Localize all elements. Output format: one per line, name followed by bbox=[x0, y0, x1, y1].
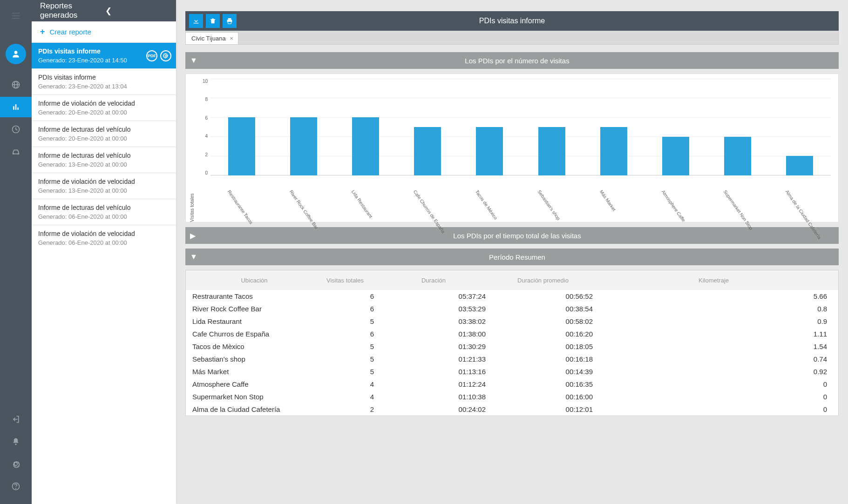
bar bbox=[414, 127, 441, 175]
visits-chart: Visitas totales 1086420 Restraurante Tac… bbox=[185, 74, 839, 222]
car-icon[interactable] bbox=[6, 141, 26, 162]
clock-icon[interactable] bbox=[6, 119, 26, 140]
report-title: Informe de violación de velocidad bbox=[38, 230, 170, 237]
summary-table: Ubicación Visitas totales Duración Durac… bbox=[185, 270, 839, 416]
table-row: River Rock Coffee Bar603:53:2900:38:540.… bbox=[186, 302, 838, 315]
report-subtitle: Generado: 23-Ene-2020 at 13:04 bbox=[38, 83, 170, 90]
x-tick: Más Market bbox=[560, 180, 612, 228]
report-title: Informe de violación de velocidad bbox=[38, 178, 170, 185]
table-row: Más Market501:13:1600:14:390.92 bbox=[186, 365, 838, 378]
globe-icon[interactable] bbox=[6, 74, 26, 95]
tabs-bar: Civic Tijuana ✕ bbox=[185, 31, 839, 45]
report-title: Informe de lecturas del vehículo bbox=[38, 126, 170, 133]
x-tick: Tacos de Mèxico bbox=[436, 180, 488, 228]
bar bbox=[290, 117, 317, 175]
svg-point-17 bbox=[165, 55, 167, 56]
user-icon[interactable] bbox=[6, 44, 26, 64]
toolbar-title: PDIs visitas informe bbox=[239, 17, 785, 25]
x-tick: Supermarket Non Stop bbox=[684, 180, 736, 228]
bar bbox=[538, 127, 565, 175]
x-tick: Restraurante Tacos bbox=[188, 180, 240, 228]
table-header: Ubicación Visitas totales Duración Durac… bbox=[186, 270, 838, 290]
x-tick: Cafe Churros de España bbox=[373, 180, 426, 228]
delete-button[interactable] bbox=[206, 14, 220, 28]
gear-icon[interactable] bbox=[6, 454, 26, 474]
col-km: Kilometraje bbox=[600, 277, 838, 284]
col-location: Ubicación bbox=[186, 277, 316, 284]
bar bbox=[352, 117, 379, 175]
bell-icon[interactable] bbox=[6, 431, 26, 452]
pdf-icon[interactable]: PDF bbox=[146, 50, 157, 61]
report-subtitle: Generado: 06-Ene-2020 at 00:00 bbox=[38, 213, 170, 220]
side-panel-title: Reportes generados bbox=[40, 1, 105, 20]
create-report-button[interactable]: + Crear reporte bbox=[32, 21, 176, 42]
svg-rect-19 bbox=[228, 18, 231, 20]
table-row: Tacos de Mèxico501:30:2900:18:051.54 bbox=[186, 340, 838, 353]
bar bbox=[786, 156, 813, 175]
section-title: Período Resumen bbox=[200, 253, 834, 261]
svg-rect-21 bbox=[228, 21, 231, 24]
chevron-right-icon: ▶ bbox=[190, 231, 200, 240]
section-header-time[interactable]: ▶ Los PDIs por el tiempo total de las vi… bbox=[185, 227, 839, 244]
bar bbox=[476, 127, 503, 175]
menu-icon[interactable] bbox=[6, 6, 26, 26]
x-tick: Lida Restaurant bbox=[312, 180, 364, 228]
chevron-left-icon[interactable]: ❮ bbox=[105, 6, 170, 16]
report-item[interactable]: Informe de violación de velocidadGenerad… bbox=[32, 94, 176, 121]
svg-point-11 bbox=[13, 153, 14, 155]
side-panel: Reportes generados ❮ + Crear reporte PDI… bbox=[32, 0, 176, 504]
section-title: Los PDIs por el tiempo total de las visi… bbox=[200, 232, 834, 240]
svg-rect-18 bbox=[194, 23, 199, 23]
report-subtitle: Generado: 20-Ene-2020 at 00:00 bbox=[38, 135, 170, 142]
create-report-label: Crear reporte bbox=[50, 28, 91, 36]
svg-rect-7 bbox=[13, 106, 14, 110]
table-row: Lida Restaurant503:38:0200:58:020.9 bbox=[186, 315, 838, 328]
report-item[interactable]: PDIs visitas informeGenerado: 23-Ene-202… bbox=[32, 42, 176, 68]
col-duration: Duración bbox=[381, 277, 493, 284]
bar bbox=[600, 127, 627, 175]
x-tick: Alma de la Ciudad Cafetería bbox=[746, 180, 798, 228]
col-visits: Visitas totales bbox=[316, 277, 381, 284]
download-button[interactable] bbox=[189, 14, 203, 28]
chevron-down-icon: ▼ bbox=[190, 56, 200, 65]
gear-icon[interactable] bbox=[160, 50, 171, 61]
report-title: Informe de lecturas del vehículo bbox=[38, 152, 170, 159]
table-row: Atmosphere Caffe401:12:2400:16:350 bbox=[186, 378, 838, 390]
section-title: Los PDIs por el número de visitas bbox=[200, 57, 834, 65]
bar bbox=[228, 117, 255, 175]
reports-icon[interactable] bbox=[0, 97, 32, 117]
report-title: PDIs visitas informe bbox=[38, 74, 170, 81]
report-subtitle: Generado: 20-Ene-2020 at 00:00 bbox=[38, 109, 170, 116]
bar bbox=[662, 137, 689, 175]
tab-vehicle[interactable]: Civic Tijuana ✕ bbox=[185, 32, 238, 44]
report-item[interactable]: Informe de violación de velocidadGenerad… bbox=[32, 173, 176, 199]
report-subtitle: Generado: 13-Ene-2020 at 00:00 bbox=[38, 161, 170, 168]
table-row: Cafe Churros de España601:38:0000:16:201… bbox=[186, 328, 838, 340]
report-item[interactable]: Informe de lecturas del vehículoGenerado… bbox=[32, 121, 176, 147]
x-tick: Sebastian's shop bbox=[498, 180, 550, 228]
side-panel-header: Reportes generados ❮ bbox=[32, 0, 176, 21]
help-icon[interactable] bbox=[6, 476, 26, 497]
report-item[interactable]: Informe de lecturas del vehículoGenerado… bbox=[32, 147, 176, 173]
report-item[interactable]: Informe de violación de velocidadGenerad… bbox=[32, 225, 176, 251]
close-icon[interactable]: ✕ bbox=[230, 36, 233, 41]
table-row: Restraurante Tacos605:37:2400:56:525.66 bbox=[186, 290, 838, 302]
section-header-summary[interactable]: ▼ Período Resumen bbox=[185, 249, 839, 265]
report-item[interactable]: Informe de lecturas del vehículoGenerado… bbox=[32, 199, 176, 225]
table-row: Supermarket Non Stop401:10:3800:16:000 bbox=[186, 390, 838, 403]
print-button[interactable] bbox=[223, 14, 237, 28]
report-list: PDIs visitas informeGenerado: 23-Ene-202… bbox=[32, 42, 176, 251]
svg-point-12 bbox=[17, 153, 19, 155]
logout-icon[interactable] bbox=[6, 409, 26, 430]
tab-label: Civic Tijuana bbox=[191, 35, 226, 42]
x-tick: River Rock Coffee Bar bbox=[250, 180, 302, 228]
table-row: Sebastian's shop501:21:3300:16:180.74 bbox=[186, 353, 838, 365]
table-row: Alma de la Ciudad Cafetería200:24:0200:1… bbox=[186, 403, 838, 416]
report-item[interactable]: PDIs visitas informeGenerado: 23-Ene-202… bbox=[32, 68, 176, 94]
section-header-visits[interactable]: ▼ Los PDIs por el número de visitas bbox=[185, 52, 839, 69]
main-content: PDIs visitas informe Civic Tijuana ✕ ▼ L… bbox=[176, 0, 848, 504]
svg-rect-9 bbox=[17, 108, 19, 110]
chevron-down-icon: ▼ bbox=[190, 253, 200, 261]
svg-point-14 bbox=[15, 444, 16, 445]
x-tick: Atmosphere Caffe bbox=[622, 180, 674, 228]
